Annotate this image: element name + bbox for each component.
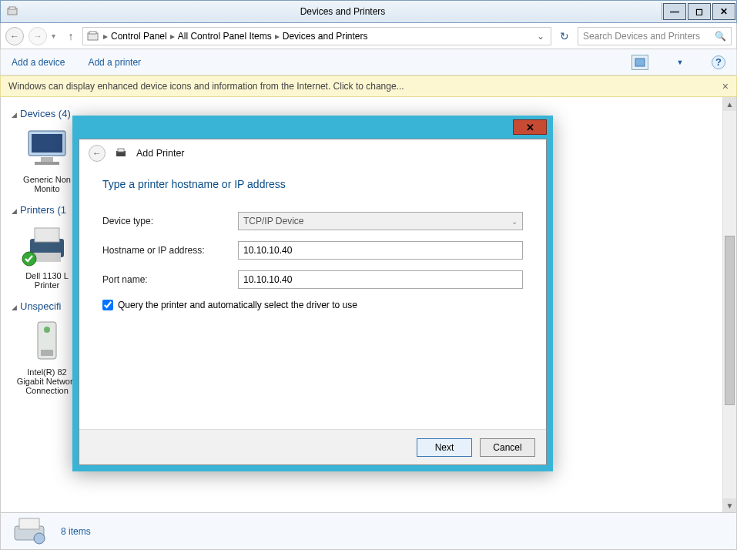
back-button[interactable]: ← xyxy=(5,27,24,45)
search-icon[interactable]: 🔍 xyxy=(715,31,726,42)
svg-point-18 xyxy=(34,533,45,544)
breadcrumb-item[interactable]: Devices and Printers xyxy=(283,31,368,42)
dialog-button-row: Next Cancel xyxy=(79,429,546,464)
svg-point-14 xyxy=(44,327,50,333)
hostname-label: Hostname or IP address: xyxy=(102,245,238,256)
forward-button[interactable]: → xyxy=(28,27,47,45)
svg-rect-7 xyxy=(41,157,53,162)
svg-rect-6 xyxy=(32,134,62,153)
vertical-scrollbar[interactable]: ▲ ▼ xyxy=(722,97,736,512)
cancel-button[interactable]: Cancel xyxy=(480,438,535,457)
port-name-input[interactable] xyxy=(238,270,523,289)
dialog-title: Add Printer xyxy=(136,148,185,159)
help-button[interactable]: ? xyxy=(712,55,725,69)
up-button[interactable]: ↑ xyxy=(64,30,78,42)
svg-rect-15 xyxy=(41,350,53,356)
maximize-button[interactable]: ◻ xyxy=(688,3,711,20)
breadcrumb-sep: ▸ xyxy=(170,31,175,42)
search-placeholder: Search Devices and Printers xyxy=(583,31,700,42)
status-count: 8 items xyxy=(61,526,91,537)
device-type-select: TCP/IP Device ⌄ xyxy=(238,212,523,230)
next-button[interactable]: Next xyxy=(417,438,472,457)
add-device-link[interactable]: Add a device xyxy=(12,57,65,68)
svg-rect-8 xyxy=(35,162,59,165)
search-input[interactable]: Search Devices and Printers 🔍 xyxy=(578,27,732,45)
dialog-close-button[interactable]: ✕ xyxy=(513,119,547,135)
address-dropdown-icon[interactable]: ⌄ xyxy=(534,31,548,42)
svg-rect-11 xyxy=(33,253,61,262)
status-bar: 8 items xyxy=(0,513,737,550)
query-printer-checkbox[interactable] xyxy=(102,300,113,310)
breadcrumb-item[interactable]: Control Panel xyxy=(111,31,167,42)
svg-rect-3 xyxy=(89,32,96,34)
breadcrumb-item[interactable]: All Control Panel Items xyxy=(178,31,272,42)
breadcrumb-sep: ▸ xyxy=(275,31,280,42)
window-controls: — ◻ ✕ xyxy=(662,3,736,20)
scroll-down-icon[interactable]: ▼ xyxy=(723,498,736,512)
address-breadcrumb[interactable]: ▸ Control Panel ▸ All Control Panel Item… xyxy=(82,27,551,45)
monitor-icon xyxy=(20,126,74,172)
dialog-heading: Type a printer hostname or IP address xyxy=(102,178,523,190)
dialog-header: ← Add Printer xyxy=(79,139,546,167)
scroll-up-icon[interactable]: ▲ xyxy=(723,97,736,111)
app-icon xyxy=(1,5,24,18)
window-titlebar: Devices and Printers — ◻ ✕ xyxy=(0,0,737,23)
svg-rect-10 xyxy=(35,228,59,242)
info-text: Windows can display enhanced device icon… xyxy=(8,81,404,92)
navigation-bar: ← → ▾ ↑ ▸ Control Panel ▸ All Control Pa… xyxy=(0,23,737,49)
printer-icon xyxy=(115,148,127,159)
dialog-titlebar[interactable]: ✕ xyxy=(79,116,547,139)
close-button[interactable]: ✕ xyxy=(712,3,735,20)
scroll-thumb[interactable] xyxy=(725,236,735,405)
minimize-button[interactable]: — xyxy=(663,3,686,20)
svg-rect-20 xyxy=(118,149,124,152)
svg-rect-1 xyxy=(9,7,15,9)
add-printer-link[interactable]: Add a printer xyxy=(88,57,141,68)
view-options-button[interactable] xyxy=(631,55,648,70)
add-printer-dialog: ✕ ← Add Printer Type a printer hostname … xyxy=(72,116,553,471)
printer-icon xyxy=(20,222,74,268)
svg-rect-4 xyxy=(635,59,645,66)
dialog-content: Type a printer hostname or IP address De… xyxy=(79,167,546,429)
chevron-down-icon: ⌄ xyxy=(511,217,518,226)
breadcrumb-sep: ▸ xyxy=(103,31,108,42)
status-printer-icon xyxy=(8,516,50,547)
history-dropdown[interactable]: ▾ xyxy=(52,32,59,40)
info-bar[interactable]: Windows can display enhanced device icon… xyxy=(0,75,737,97)
port-name-label: Port name: xyxy=(102,274,238,285)
location-icon xyxy=(86,31,100,42)
svg-rect-17 xyxy=(19,518,39,529)
command-bar: Add a device Add a printer ▼ ? xyxy=(0,49,737,75)
tower-icon xyxy=(20,318,74,364)
query-printer-label: Query the printer and automatically sele… xyxy=(118,300,357,310)
refresh-button[interactable]: ↻ xyxy=(556,30,573,42)
hostname-input[interactable] xyxy=(238,241,523,260)
device-type-label: Device type: xyxy=(102,216,238,226)
info-close-icon[interactable]: × xyxy=(722,80,729,92)
view-dropdown-icon[interactable]: ▼ xyxy=(672,55,688,70)
dialog-back-button[interactable]: ← xyxy=(89,145,106,162)
window-title: Devices and Printers xyxy=(24,6,662,17)
